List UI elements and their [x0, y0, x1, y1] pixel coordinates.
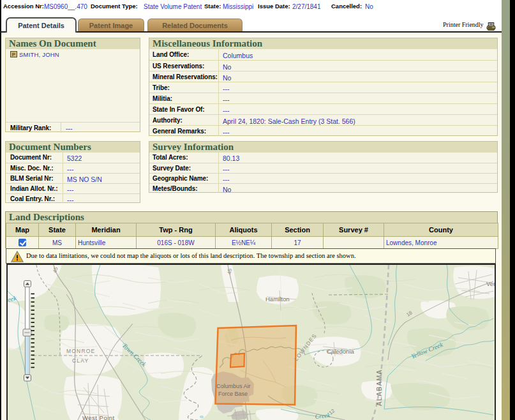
svg-text:Columbus Air: Columbus Air	[216, 383, 251, 389]
svg-text:West Point: West Point	[82, 414, 115, 420]
svg-text:MONROE: MONROE	[66, 348, 95, 354]
svg-text:Ver: Ver	[486, 280, 495, 287]
svg-text:CLAY: CLAY	[72, 357, 89, 364]
svg-text:Caledonia: Caledonia	[327, 348, 354, 355]
svg-text:45: 45	[227, 268, 233, 274]
svg-text:Hamilton: Hamilton	[265, 296, 290, 303]
svg-text:Force Base: Force Base	[218, 391, 248, 397]
svg-text:ALABAMA: ALABAMA	[376, 369, 383, 406]
